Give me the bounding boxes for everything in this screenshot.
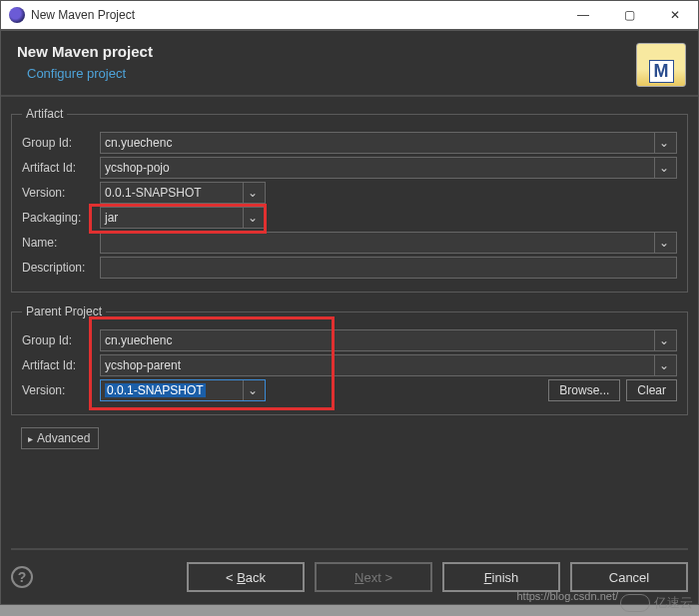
titlebar: New Maven Project — ▢ ✕	[0, 0, 699, 30]
parent-artifact-id-combo[interactable]: ycshop-parent ⌄	[100, 354, 677, 376]
page-title: New Maven project	[17, 43, 682, 60]
advanced-label: Advanced	[37, 431, 90, 445]
group-id-value: cn.yuechenc	[105, 136, 654, 150]
cloud-icon	[620, 594, 650, 612]
name-combo[interactable]: ⌄	[100, 232, 677, 254]
artifact-group: Artifact Group Id: cn.yuechenc ⌄ Artifac…	[11, 107, 688, 293]
artifact-legend: Artifact	[22, 107, 67, 121]
chevron-down-icon[interactable]: ⌄	[654, 233, 672, 253]
watermark-text: https://blog.csdn.net/	[516, 590, 618, 602]
parent-artifact-id-value: ycshop-parent	[105, 358, 654, 372]
description-label: Description:	[22, 261, 100, 275]
parent-version-combo[interactable]: 0.0.1-SNAPSHOT ⌄	[100, 379, 266, 401]
packaging-label: Packaging:	[22, 211, 100, 225]
finish-button[interactable]: Finish	[442, 562, 560, 592]
browse-button[interactable]: Browse...	[548, 379, 620, 401]
cancel-button[interactable]: Cancel	[570, 562, 688, 592]
artifact-id-label: Artifact Id:	[22, 161, 100, 175]
name-label: Name:	[22, 236, 100, 250]
group-id-combo[interactable]: cn.yuechenc ⌄	[100, 132, 677, 154]
next-button: Next >	[315, 562, 432, 592]
advanced-toggle[interactable]: ▸ Advanced	[21, 427, 99, 449]
chevron-down-icon[interactable]: ⌄	[243, 208, 261, 228]
dialog-header: New Maven project Configure project M	[1, 31, 698, 97]
back-button[interactable]: < Back	[187, 562, 305, 592]
minimize-button[interactable]: —	[560, 0, 606, 30]
packaging-combo[interactable]: jar ⌄	[100, 207, 266, 229]
description-input[interactable]	[100, 257, 677, 279]
chevron-down-icon[interactable]: ⌄	[243, 380, 261, 400]
parent-group-id-label: Group Id:	[22, 333, 100, 347]
window-title: New Maven Project	[31, 8, 560, 22]
close-button[interactable]: ✕	[652, 0, 698, 30]
button-bar: ? < Back Next > Finish Cancel	[11, 548, 688, 592]
chevron-down-icon[interactable]: ⌄	[654, 355, 672, 375]
dialog-body: New Maven project Configure project M Ar…	[0, 30, 699, 605]
parent-version-label: Version:	[22, 383, 100, 397]
group-id-label: Group Id:	[22, 136, 100, 150]
parent-group-id-value: cn.yuechenc	[105, 333, 654, 347]
artifact-id-value: ycshop-pojo	[105, 161, 654, 175]
parent-group-id-combo[interactable]: cn.yuechenc ⌄	[100, 329, 677, 351]
maven-icon: M	[636, 43, 686, 87]
artifact-id-combo[interactable]: ycshop-pojo ⌄	[100, 157, 677, 179]
version-label: Version:	[22, 186, 100, 200]
watermark-logo: 亿速云	[620, 594, 693, 612]
triangle-right-icon: ▸	[28, 433, 33, 444]
content-area: Artifact Group Id: cn.yuechenc ⌄ Artifac…	[1, 97, 698, 449]
parent-project-group: Parent Project Group Id: cn.yuechenc ⌄ A…	[11, 305, 688, 415]
help-button[interactable]: ?	[11, 566, 33, 588]
version-combo[interactable]: 0.0.1-SNAPSHOT ⌄	[100, 182, 266, 204]
clear-button[interactable]: Clear	[626, 379, 677, 401]
maximize-button[interactable]: ▢	[606, 0, 652, 30]
chevron-down-icon[interactable]: ⌄	[654, 158, 672, 178]
version-value: 0.0.1-SNAPSHOT	[105, 186, 243, 200]
chevron-down-icon[interactable]: ⌄	[243, 183, 261, 203]
packaging-value: jar	[105, 211, 243, 225]
chevron-down-icon[interactable]: ⌄	[654, 133, 672, 153]
parent-artifact-id-label: Artifact Id:	[22, 358, 100, 372]
app-icon	[9, 7, 25, 23]
page-subtitle: Configure project	[17, 66, 682, 81]
parent-legend: Parent Project	[22, 305, 106, 318]
chevron-down-icon[interactable]: ⌄	[654, 330, 672, 350]
parent-version-value: 0.0.1-SNAPSHOT	[105, 383, 243, 397]
